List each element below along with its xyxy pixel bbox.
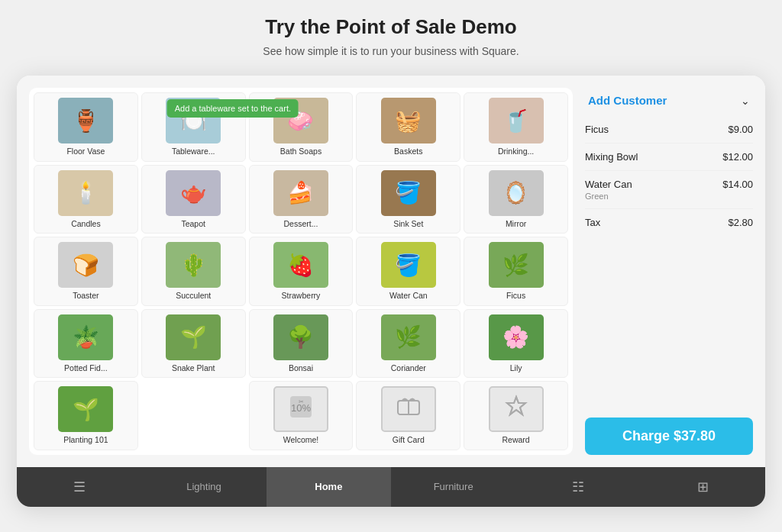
- product-item[interactable]: 🪞Mirror: [464, 165, 568, 234]
- product-item[interactable]: 🍓Strawberry: [249, 237, 354, 306]
- add-customer-row[interactable]: Add Customer ⌄: [585, 88, 753, 116]
- product-label: Reward: [502, 435, 530, 445]
- order-item-price: $12.00: [722, 151, 753, 163]
- order-item-sub: Green: [585, 192, 632, 201]
- product-item[interactable]: 🌱Planting 101: [34, 381, 138, 450]
- order-item-info: Water Can Green: [585, 179, 632, 201]
- product-item[interactable]: Gift Card: [356, 381, 460, 450]
- product-image: 🌵: [166, 242, 221, 288]
- hamburger-icon: ☰: [73, 479, 86, 495]
- product-item[interactable]: 🕯️Candles: [34, 165, 138, 234]
- product-item[interactable]: 🍽️Tableware...Add a tableware set to the…: [141, 92, 246, 162]
- product-image: 🍽️: [166, 98, 221, 143]
- product-item[interactable]: 🌸Lily: [464, 309, 568, 379]
- right-panel: Add Customer ⌄ Ficus $9.00: [585, 88, 753, 455]
- product-label: Teapot: [181, 219, 205, 229]
- order-item-row: Mixing Bowl $12.00: [585, 143, 753, 171]
- page-header: Try the Point of Sale Demo See how simpl…: [17, 15, 765, 57]
- order-item-name: Mixing Bowl: [585, 151, 638, 163]
- product-image: 🍓: [273, 242, 328, 288]
- nav-item-grid[interactable]: ⊞: [641, 467, 765, 507]
- product-item[interactable]: 🍰Dessert...: [249, 165, 354, 234]
- product-label: Ficus: [506, 291, 525, 301]
- product-label: Lily: [510, 363, 522, 373]
- nav-item-lighting[interactable]: Lighting: [141, 467, 266, 507]
- charge-button[interactable]: Charge $37.80: [585, 418, 753, 455]
- product-item[interactable]: 🍞Toaster: [34, 237, 138, 306]
- product-image: 🍰: [273, 170, 328, 216]
- nav-item-furniture[interactable]: Furniture: [391, 467, 515, 507]
- product-item[interactable]: 🪣Water Can: [356, 237, 460, 306]
- product-item[interactable]: 🧼Bath Soaps: [249, 92, 354, 162]
- grid-icon: ⊞: [697, 479, 709, 495]
- nav-label-home: Home: [315, 481, 342, 492]
- product-label: Bonsai: [289, 363, 313, 373]
- product-image: 🍞: [58, 242, 113, 288]
- product-image: [381, 386, 436, 432]
- add-customer-label[interactable]: Add Customer: [588, 94, 667, 107]
- product-label: Potted Fid...: [64, 363, 108, 373]
- product-item[interactable]: 🪣Sink Set: [356, 165, 460, 234]
- product-image: 🕯️: [58, 170, 113, 216]
- product-item[interactable]: 🌱Snake Plant: [141, 309, 246, 379]
- product-grid-area: 🏺Floor Vase🍽️Tableware...Add a tableware…: [29, 88, 573, 455]
- product-label: Welcome!: [283, 435, 319, 445]
- product-item[interactable]: 🌿Ficus: [464, 237, 568, 306]
- list-icon: ☷: [572, 479, 584, 495]
- order-item-price: $9.00: [728, 124, 753, 135]
- product-label: Strawberry: [282, 291, 321, 301]
- product-label: Candles: [71, 219, 101, 229]
- product-grid: 🏺Floor Vase🍽️Tableware...Add a tableware…: [29, 88, 573, 455]
- tax-label: Tax: [585, 217, 600, 228]
- bottom-nav: ☰ Lighting Home Furniture ☷ ⊞: [17, 467, 765, 507]
- product-image: 🌱: [58, 386, 113, 432]
- product-label: Baskets: [394, 147, 422, 156]
- product-label: Toaster: [73, 291, 99, 301]
- nav-item-menu[interactable]: ☰: [17, 467, 141, 507]
- product-label: Sink Set: [393, 219, 423, 229]
- order-item-row: Water Can Green $14.00: [585, 171, 753, 209]
- product-label: Planting 101: [63, 435, 108, 445]
- product-image: 🌿: [489, 242, 544, 288]
- product-item[interactable]: 🌵Succulent: [141, 237, 246, 306]
- product-image: 🌸: [489, 314, 544, 360]
- product-label: Drinking...: [498, 147, 534, 156]
- product-image: 🪴: [58, 314, 113, 360]
- order-item-row: Ficus $9.00: [585, 116, 753, 143]
- product-label: Bath Soaps: [280, 147, 322, 156]
- product-image: [489, 386, 544, 432]
- nav-item-home[interactable]: Home: [267, 467, 391, 507]
- tax-value: $2.80: [728, 217, 753, 228]
- product-image: 🥤: [489, 98, 544, 143]
- product-image: 🧺: [381, 98, 436, 143]
- product-label: Dessert...: [284, 219, 318, 229]
- product-image: 🪣: [381, 170, 436, 216]
- product-item[interactable]: 10%✂Welcome!: [249, 381, 354, 450]
- product-image: 🧼: [273, 98, 328, 143]
- product-item[interactable]: 🪴Potted Fid...: [34, 309, 138, 379]
- product-label: Snake Plant: [172, 363, 215, 373]
- right-panel-inner: Add Customer ⌄ Ficus $9.00: [585, 88, 753, 455]
- tax-row: Tax $2.80: [585, 209, 753, 236]
- nav-item-list[interactable]: ☷: [515, 467, 640, 507]
- product-label: Coriander: [391, 363, 426, 373]
- nav-label-lighting: Lighting: [186, 481, 221, 492]
- svg-marker-6: [507, 397, 525, 414]
- svg-text:✂: ✂: [298, 398, 303, 405]
- product-item[interactable]: 🫖Teapot: [141, 165, 246, 234]
- product-item[interactable]: 🏺Floor Vase: [34, 92, 138, 162]
- product-item[interactable]: 🌳Bonsai: [249, 309, 354, 379]
- product-image: 🌿: [381, 314, 436, 360]
- product-item[interactable]: 🌿Coriander: [356, 309, 460, 379]
- order-item-info: Ficus: [585, 124, 609, 135]
- product-image: 10%✂: [273, 386, 328, 432]
- order-item-name: Water Can: [585, 179, 632, 190]
- product-label: Mirror: [506, 219, 526, 229]
- order-items: Ficus $9.00 Mixing Bowl $12.00: [585, 116, 753, 236]
- product-item[interactable]: 🥤Drinking...: [464, 92, 568, 162]
- product-item[interactable]: 🧺Baskets: [356, 92, 460, 162]
- page-title: Try the Point of Sale Demo: [17, 15, 765, 39]
- product-label: Water Can: [389, 291, 428, 301]
- product-label: Succulent: [176, 291, 211, 301]
- product-item[interactable]: Reward: [464, 381, 568, 450]
